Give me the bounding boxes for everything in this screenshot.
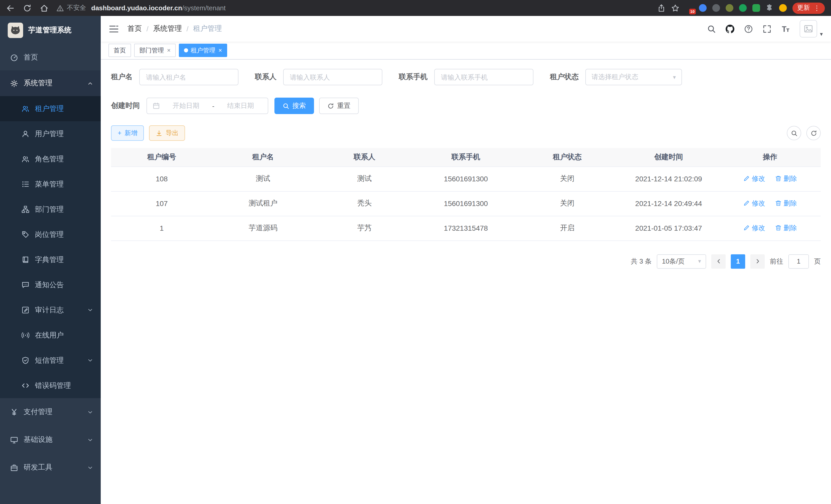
hamburger-icon[interactable] — [109, 24, 119, 34]
cell-tenant-name: 芋道源码 — [212, 216, 314, 240]
goto-page-input[interactable] — [789, 254, 809, 268]
add-button[interactable]: + 新增 — [111, 125, 144, 141]
sidebar-item-menu[interactable]: 菜单管理 — [0, 172, 101, 197]
users-icon — [22, 105, 29, 113]
breadcrumb-separator: / — [146, 25, 148, 33]
back-icon[interactable] — [6, 4, 15, 12]
page-size-select[interactable]: 10条/页 ▾ — [657, 254, 706, 268]
address-bar[interactable]: dashboard.yudao.iocoder.cn/system/tenant — [91, 4, 226, 12]
cat-logo-icon — [10, 25, 21, 36]
next-page-button[interactable] — [750, 254, 765, 268]
sidebar-item-sms[interactable]: 短信管理 — [0, 348, 101, 373]
refresh-table-button[interactable] — [806, 126, 821, 140]
sidebar-item-notice[interactable]: 通知公告 — [0, 272, 101, 297]
edit-link[interactable]: 修改 — [743, 199, 765, 208]
share-icon[interactable] — [657, 4, 665, 12]
extension-icon-gray[interactable] — [712, 4, 720, 12]
user-avatar-menu[interactable]: ▾ — [800, 20, 823, 37]
sidebar-item-role[interactable]: 角色管理 — [0, 146, 101, 172]
export-button[interactable]: 导出 — [149, 125, 185, 141]
chevron-right-icon — [755, 259, 760, 264]
sidebar-item-user[interactable]: 用户管理 — [0, 121, 101, 146]
tenant-name-input[interactable] — [139, 69, 238, 85]
table-row: 1 芋道源码 芋艿 17321315478 开启 2021-01-05 17:0… — [111, 216, 821, 240]
browser-toolbar: 不安全 dashboard.yudao.iocoder.cn/system/te… — [0, 0, 831, 16]
date-range-picker[interactable]: 开始日期 - 结束日期 — [146, 98, 268, 114]
bookmark-star-icon[interactable] — [671, 4, 679, 12]
browser-actions: 10 更新 ⋮ — [657, 2, 825, 13]
sidebar-item-dept[interactable]: 部门管理 — [0, 197, 101, 222]
sidebar-item-pay[interactable]: 支付管理 — [0, 398, 101, 426]
search-icon[interactable] — [708, 24, 716, 33]
home-icon[interactable] — [40, 4, 48, 12]
tags-view-bar: 首页 部门管理 × 租户管理 × — [101, 41, 831, 60]
sidebar-item-error-code[interactable]: 错误码管理 — [0, 373, 101, 398]
sidebar-item-audit-log[interactable]: 审计日志 — [0, 297, 101, 323]
tab-tenant[interactable]: 租户管理 × — [179, 44, 227, 57]
sidebar-item-online-user[interactable]: 在线用户 — [0, 323, 101, 348]
close-icon[interactable]: × — [167, 47, 171, 54]
cell-created: 2021-12-14 20:49:44 — [618, 191, 719, 216]
url-domain: dashboard.yudao.iocoder.cn — [91, 4, 182, 12]
github-icon[interactable] — [726, 24, 735, 33]
toolbox-icon — [10, 464, 18, 471]
cell-status: 关闭 — [516, 167, 618, 191]
font-size-icon[interactable] — [781, 24, 790, 33]
delete-link[interactable]: 删除 — [775, 174, 797, 183]
sidebar-item-post[interactable]: 岗位管理 — [0, 222, 101, 247]
extension-icon-green[interactable] — [739, 4, 747, 12]
delete-link[interactable]: 删除 — [775, 224, 797, 233]
sidebar-item-label: 在线用户 — [35, 331, 64, 340]
reload-icon[interactable] — [23, 4, 31, 12]
cell-tenant-id: 107 — [111, 191, 212, 216]
sidebar: 芋道管理系统 首页 系统管理 租户管理 用户管理 — [0, 16, 101, 504]
puzzle-extensions-icon[interactable] — [766, 4, 773, 12]
extension-icon-blue[interactable] — [699, 4, 707, 12]
fullscreen-icon[interactable] — [763, 24, 772, 33]
profile-avatar-icon[interactable] — [779, 4, 787, 12]
phone-input[interactable] — [434, 69, 534, 85]
org-tree-icon — [22, 206, 29, 213]
calendar-icon — [153, 102, 160, 110]
edit-link[interactable]: 修改 — [743, 224, 765, 233]
extension-icon-olive[interactable] — [726, 4, 733, 12]
sidebar-logo-row[interactable]: 芋道管理系统 — [0, 16, 101, 45]
sidebar-item-home[interactable]: 首页 — [0, 45, 101, 70]
browser-menu-kebab-icon[interactable]: ⋮ — [813, 4, 820, 12]
contact-input[interactable] — [283, 69, 382, 85]
breadcrumb-system[interactable]: 系统管理 — [153, 24, 182, 33]
filter-phone: 联系手机 — [399, 69, 534, 85]
tab-home[interactable]: 首页 — [109, 44, 131, 57]
range-separator: - — [212, 102, 214, 110]
cell-actions: 修改 删除 — [719, 167, 821, 191]
start-date-placeholder: 开始日期 — [165, 101, 208, 111]
status-select[interactable]: 请选择租户状态 ▾ — [585, 69, 682, 85]
cell-status: 关闭 — [516, 191, 618, 216]
tab-dept[interactable]: 部门管理 × — [134, 44, 176, 57]
reset-button[interactable]: 重置 — [319, 98, 359, 114]
sidebar-item-devtools[interactable]: 研发工具 — [0, 454, 101, 481]
breadcrumb-home[interactable]: 首页 — [127, 24, 142, 33]
update-button[interactable]: 更新 ⋮ — [793, 2, 825, 13]
table-header: 租户编号 租户名 联系人 联系手机 租户状态 创建时间 操作 — [111, 148, 821, 167]
extension-icon-chat[interactable] — [752, 4, 760, 12]
pagination: 共 3 条 10条/页 ▾ 1 前往 页 — [111, 254, 821, 268]
sidebar-item-infra[interactable]: 基础设施 — [0, 426, 101, 454]
toggle-search-button[interactable] — [787, 126, 801, 140]
prev-page-button[interactable] — [711, 254, 726, 268]
edit-link[interactable]: 修改 — [743, 174, 765, 183]
sidebar-item-dict[interactable]: 字典管理 — [0, 247, 101, 272]
help-icon[interactable] — [744, 24, 753, 33]
delete-label: 删除 — [784, 224, 797, 233]
close-icon[interactable]: × — [219, 47, 222, 54]
delete-link[interactable]: 删除 — [775, 199, 797, 208]
sidebar-item-system[interactable]: 系统管理 — [0, 70, 101, 96]
extension-icon-badged[interactable]: 10 — [685, 4, 693, 12]
reset-button-label: 重置 — [337, 101, 350, 111]
search-button-label: 搜索 — [292, 101, 306, 111]
sidebar-item-tenant[interactable]: 租户管理 — [0, 96, 101, 121]
page-number-1[interactable]: 1 — [731, 254, 745, 268]
edit-log-icon — [22, 306, 29, 314]
search-button[interactable]: 搜索 — [275, 98, 314, 114]
security-indicator[interactable]: 不安全 — [57, 4, 86, 12]
